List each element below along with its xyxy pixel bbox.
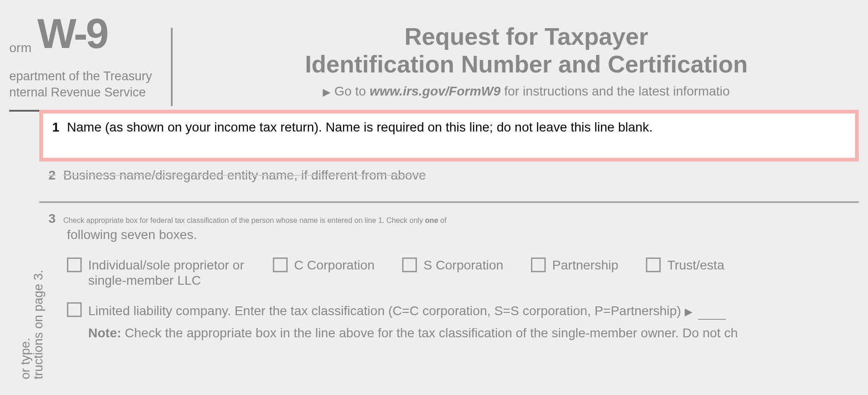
- goto-prefix: Go to: [334, 84, 369, 98]
- form-label-text: orm: [9, 42, 31, 54]
- checkbox-partnership[interactable]: Partnership: [531, 257, 618, 273]
- checkbox-box-icon[interactable]: [531, 257, 546, 272]
- header-right: Request for Taxpayer Identification Numb…: [166, 9, 859, 99]
- checkbox-row: Individual/sole proprietor or single-mem…: [48, 257, 850, 288]
- llc-note: Note: Check the appropriate box in the l…: [88, 324, 850, 342]
- checkbox-box-icon[interactable]: [402, 257, 417, 272]
- form-title: Request for Taxpayer Identification Numb…: [194, 23, 859, 78]
- llc-text-wrapper: Limited liability company. Enter the tax…: [88, 302, 726, 320]
- line-2-text: Business name/disregarded entity name, i…: [63, 168, 426, 182]
- goto-url: www.irs.gov/FormW9: [369, 84, 500, 98]
- form-body: or type. tructions on page 3. 1 Name (as…: [9, 112, 859, 351]
- line-3-text-part2: of: [438, 216, 446, 224]
- header-divider: [171, 28, 173, 106]
- form-fields: 1 Name (as shown on your income tax retu…: [39, 112, 859, 351]
- side-column: or type. tructions on page 3.: [9, 112, 39, 351]
- checkbox-c-corp-label: C Corporation: [294, 257, 374, 273]
- header-left: orm W-9 epartment of the Treasury nterna…: [9, 9, 166, 101]
- line-3-classification: 3 Check appropriate box for federal tax …: [39, 202, 859, 351]
- goto-suffix: for instructions and the latest informat…: [500, 84, 729, 98]
- note-text: Check the appropriate box in the line ab…: [121, 326, 738, 340]
- checkbox-s-corp-label: S Corporation: [423, 257, 503, 273]
- line-3-instruction: 3 Check appropriate box for federal tax …: [48, 211, 850, 244]
- checkbox-box-icon[interactable]: [646, 257, 661, 272]
- checkbox-trust-label: Trust/esta: [667, 257, 724, 273]
- llc-text: Limited liability company. Enter the tax…: [88, 304, 681, 318]
- arrow-icon: ▶: [685, 306, 693, 317]
- line-1-text: Name (as shown on your income tax return…: [67, 120, 652, 134]
- note-label: Note:: [88, 326, 121, 340]
- checkbox-s-corp[interactable]: S Corporation: [402, 257, 503, 273]
- department-text: epartment of the Treasury nternal Revenu…: [9, 68, 166, 101]
- line-2-number: 2: [48, 168, 56, 182]
- llc-input-line[interactable]: [698, 319, 726, 320]
- line-3-strong: one: [425, 216, 438, 224]
- line-1-number: 1: [52, 120, 60, 134]
- checkbox-llc[interactable]: Limited liability company. Enter the tax…: [48, 302, 850, 320]
- title-line-2: Identification Number and Certification: [194, 51, 859, 78]
- instructions-link: ▶ Go to www.irs.gov/FormW9 for instructi…: [194, 84, 859, 99]
- arrow-icon: ▶: [323, 86, 331, 98]
- title-line-1: Request for Taxpayer: [194, 23, 859, 51]
- checkbox-box-icon[interactable]: [67, 302, 82, 317]
- side-text-1: or type.: [18, 338, 33, 379]
- line-1-name-field[interactable]: 1 Name (as shown on your income tax retu…: [39, 110, 859, 162]
- dept-line-2: nternal Revenue Service: [9, 84, 166, 101]
- line-3-number: 3: [48, 211, 56, 226]
- checkbox-box-icon[interactable]: [273, 257, 288, 272]
- form-header: orm W-9 epartment of the Treasury nterna…: [9, 9, 859, 106]
- checkbox-partnership-label: Partnership: [552, 257, 618, 273]
- w9-form-container: orm W-9 epartment of the Treasury nterna…: [0, 0, 868, 395]
- checkbox-trust[interactable]: Trust/esta: [646, 257, 724, 273]
- checkbox-individual-label: Individual/sole proprietor or single-mem…: [88, 257, 245, 288]
- checkbox-c-corp[interactable]: C Corporation: [273, 257, 374, 273]
- checkbox-individual[interactable]: Individual/sole proprietor or single-mem…: [67, 257, 245, 288]
- form-code: W-9: [37, 13, 107, 54]
- line-3-text-part1: Check appropriate box for federal tax cl…: [63, 216, 425, 224]
- line-2-business-name-field[interactable]: 2 Business name/disregarded entity name,…: [39, 162, 859, 202]
- line-3-text-part3: following seven boxes.: [67, 226, 850, 244]
- checkbox-box-icon[interactable]: [67, 257, 82, 272]
- dept-line-1: epartment of the Treasury: [9, 68, 166, 84]
